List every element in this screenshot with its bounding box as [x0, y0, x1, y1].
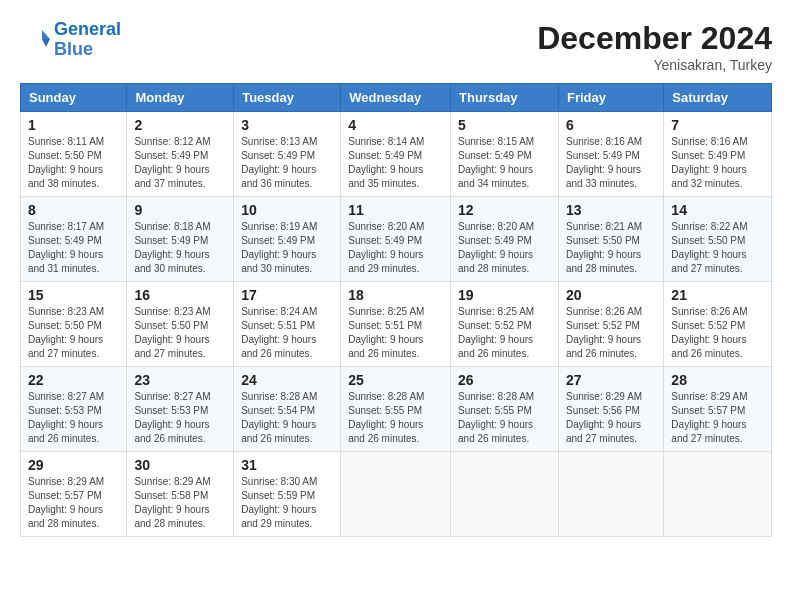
day-info: Sunrise: 8:18 AM Sunset: 5:49 PM Dayligh…: [134, 220, 226, 276]
calendar-cell: 31Sunrise: 8:30 AM Sunset: 5:59 PM Dayli…: [234, 452, 341, 537]
svg-marker-1: [42, 39, 50, 47]
day-number: 23: [134, 372, 226, 388]
day-number: 30: [134, 457, 226, 473]
day-info: Sunrise: 8:29 AM Sunset: 5:57 PM Dayligh…: [28, 475, 119, 531]
calendar-cell: 23Sunrise: 8:27 AM Sunset: 5:53 PM Dayli…: [127, 367, 234, 452]
header-day-sunday: Sunday: [21, 84, 127, 112]
day-number: 3: [241, 117, 333, 133]
day-info: Sunrise: 8:25 AM Sunset: 5:51 PM Dayligh…: [348, 305, 443, 361]
day-number: 27: [566, 372, 656, 388]
calendar-cell: 30Sunrise: 8:29 AM Sunset: 5:58 PM Dayli…: [127, 452, 234, 537]
day-number: 2: [134, 117, 226, 133]
week-row-5: 29Sunrise: 8:29 AM Sunset: 5:57 PM Dayli…: [21, 452, 772, 537]
calendar-cell: 22Sunrise: 8:27 AM Sunset: 5:53 PM Dayli…: [21, 367, 127, 452]
week-row-3: 15Sunrise: 8:23 AM Sunset: 5:50 PM Dayli…: [21, 282, 772, 367]
day-number: 25: [348, 372, 443, 388]
day-number: 7: [671, 117, 764, 133]
day-info: Sunrise: 8:30 AM Sunset: 5:59 PM Dayligh…: [241, 475, 333, 531]
calendar-cell: 2Sunrise: 8:12 AM Sunset: 5:49 PM Daylig…: [127, 112, 234, 197]
day-number: 16: [134, 287, 226, 303]
day-info: Sunrise: 8:27 AM Sunset: 5:53 PM Dayligh…: [134, 390, 226, 446]
calendar-cell: 12Sunrise: 8:20 AM Sunset: 5:49 PM Dayli…: [451, 197, 559, 282]
logo: General Blue: [20, 20, 121, 60]
calendar-cell: 25Sunrise: 8:28 AM Sunset: 5:55 PM Dayli…: [341, 367, 451, 452]
header-day-thursday: Thursday: [451, 84, 559, 112]
day-info: Sunrise: 8:28 AM Sunset: 5:54 PM Dayligh…: [241, 390, 333, 446]
day-info: Sunrise: 8:22 AM Sunset: 5:50 PM Dayligh…: [671, 220, 764, 276]
day-info: Sunrise: 8:26 AM Sunset: 5:52 PM Dayligh…: [671, 305, 764, 361]
calendar-cell: 14Sunrise: 8:22 AM Sunset: 5:50 PM Dayli…: [664, 197, 772, 282]
title-block: December 2024 Yenisakran, Turkey: [537, 20, 772, 73]
day-number: 11: [348, 202, 443, 218]
page-header: General Blue December 2024 Yenisakran, T…: [20, 20, 772, 73]
day-info: Sunrise: 8:20 AM Sunset: 5:49 PM Dayligh…: [458, 220, 551, 276]
day-number: 4: [348, 117, 443, 133]
header-day-saturday: Saturday: [664, 84, 772, 112]
day-number: 19: [458, 287, 551, 303]
day-number: 15: [28, 287, 119, 303]
calendar-cell: 28Sunrise: 8:29 AM Sunset: 5:57 PM Dayli…: [664, 367, 772, 452]
day-info: Sunrise: 8:16 AM Sunset: 5:49 PM Dayligh…: [566, 135, 656, 191]
day-info: Sunrise: 8:24 AM Sunset: 5:51 PM Dayligh…: [241, 305, 333, 361]
calendar-cell: 18Sunrise: 8:25 AM Sunset: 5:51 PM Dayli…: [341, 282, 451, 367]
day-info: Sunrise: 8:15 AM Sunset: 5:49 PM Dayligh…: [458, 135, 551, 191]
day-number: 20: [566, 287, 656, 303]
calendar-cell: 16Sunrise: 8:23 AM Sunset: 5:50 PM Dayli…: [127, 282, 234, 367]
calendar-cell: 15Sunrise: 8:23 AM Sunset: 5:50 PM Dayli…: [21, 282, 127, 367]
day-info: Sunrise: 8:14 AM Sunset: 5:49 PM Dayligh…: [348, 135, 443, 191]
day-number: 13: [566, 202, 656, 218]
day-number: 6: [566, 117, 656, 133]
day-number: 17: [241, 287, 333, 303]
week-row-4: 22Sunrise: 8:27 AM Sunset: 5:53 PM Dayli…: [21, 367, 772, 452]
day-info: Sunrise: 8:27 AM Sunset: 5:53 PM Dayligh…: [28, 390, 119, 446]
calendar-cell: 8Sunrise: 8:17 AM Sunset: 5:49 PM Daylig…: [21, 197, 127, 282]
calendar-cell: 9Sunrise: 8:18 AM Sunset: 5:49 PM Daylig…: [127, 197, 234, 282]
day-number: 10: [241, 202, 333, 218]
calendar-cell: 26Sunrise: 8:28 AM Sunset: 5:55 PM Dayli…: [451, 367, 559, 452]
logo-icon: [20, 25, 50, 55]
day-number: 29: [28, 457, 119, 473]
day-number: 5: [458, 117, 551, 133]
day-info: Sunrise: 8:29 AM Sunset: 5:58 PM Dayligh…: [134, 475, 226, 531]
day-number: 28: [671, 372, 764, 388]
day-number: 9: [134, 202, 226, 218]
calendar-cell: 29Sunrise: 8:29 AM Sunset: 5:57 PM Dayli…: [21, 452, 127, 537]
week-row-1: 1Sunrise: 8:11 AM Sunset: 5:50 PM Daylig…: [21, 112, 772, 197]
calendar-cell: 17Sunrise: 8:24 AM Sunset: 5:51 PM Dayli…: [234, 282, 341, 367]
calendar-cell: 1Sunrise: 8:11 AM Sunset: 5:50 PM Daylig…: [21, 112, 127, 197]
calendar-cell: 13Sunrise: 8:21 AM Sunset: 5:50 PM Dayli…: [558, 197, 663, 282]
day-info: Sunrise: 8:28 AM Sunset: 5:55 PM Dayligh…: [458, 390, 551, 446]
calendar-cell: 6Sunrise: 8:16 AM Sunset: 5:49 PM Daylig…: [558, 112, 663, 197]
day-info: Sunrise: 8:23 AM Sunset: 5:50 PM Dayligh…: [134, 305, 226, 361]
logo-text: General Blue: [54, 20, 121, 60]
calendar-cell: 5Sunrise: 8:15 AM Sunset: 5:49 PM Daylig…: [451, 112, 559, 197]
calendar-table: SundayMondayTuesdayWednesdayThursdayFrid…: [20, 83, 772, 537]
header-day-wednesday: Wednesday: [341, 84, 451, 112]
calendar-cell: [451, 452, 559, 537]
day-info: Sunrise: 8:21 AM Sunset: 5:50 PM Dayligh…: [566, 220, 656, 276]
calendar-cell: [341, 452, 451, 537]
day-number: 18: [348, 287, 443, 303]
day-info: Sunrise: 8:11 AM Sunset: 5:50 PM Dayligh…: [28, 135, 119, 191]
header-day-monday: Monday: [127, 84, 234, 112]
calendar-cell: 27Sunrise: 8:29 AM Sunset: 5:56 PM Dayli…: [558, 367, 663, 452]
calendar-cell: 21Sunrise: 8:26 AM Sunset: 5:52 PM Dayli…: [664, 282, 772, 367]
day-number: 12: [458, 202, 551, 218]
calendar-cell: 4Sunrise: 8:14 AM Sunset: 5:49 PM Daylig…: [341, 112, 451, 197]
calendar-cell: 19Sunrise: 8:25 AM Sunset: 5:52 PM Dayli…: [451, 282, 559, 367]
header-day-friday: Friday: [558, 84, 663, 112]
day-info: Sunrise: 8:19 AM Sunset: 5:49 PM Dayligh…: [241, 220, 333, 276]
calendar-header-row: SundayMondayTuesdayWednesdayThursdayFrid…: [21, 84, 772, 112]
calendar-cell: 24Sunrise: 8:28 AM Sunset: 5:54 PM Dayli…: [234, 367, 341, 452]
day-info: Sunrise: 8:13 AM Sunset: 5:49 PM Dayligh…: [241, 135, 333, 191]
day-info: Sunrise: 8:29 AM Sunset: 5:56 PM Dayligh…: [566, 390, 656, 446]
day-info: Sunrise: 8:16 AM Sunset: 5:49 PM Dayligh…: [671, 135, 764, 191]
day-number: 14: [671, 202, 764, 218]
day-info: Sunrise: 8:25 AM Sunset: 5:52 PM Dayligh…: [458, 305, 551, 361]
day-info: Sunrise: 8:29 AM Sunset: 5:57 PM Dayligh…: [671, 390, 764, 446]
calendar-cell: 11Sunrise: 8:20 AM Sunset: 5:49 PM Dayli…: [341, 197, 451, 282]
calendar-cell: 20Sunrise: 8:26 AM Sunset: 5:52 PM Dayli…: [558, 282, 663, 367]
day-info: Sunrise: 8:12 AM Sunset: 5:49 PM Dayligh…: [134, 135, 226, 191]
day-number: 21: [671, 287, 764, 303]
calendar-cell: 10Sunrise: 8:19 AM Sunset: 5:49 PM Dayli…: [234, 197, 341, 282]
